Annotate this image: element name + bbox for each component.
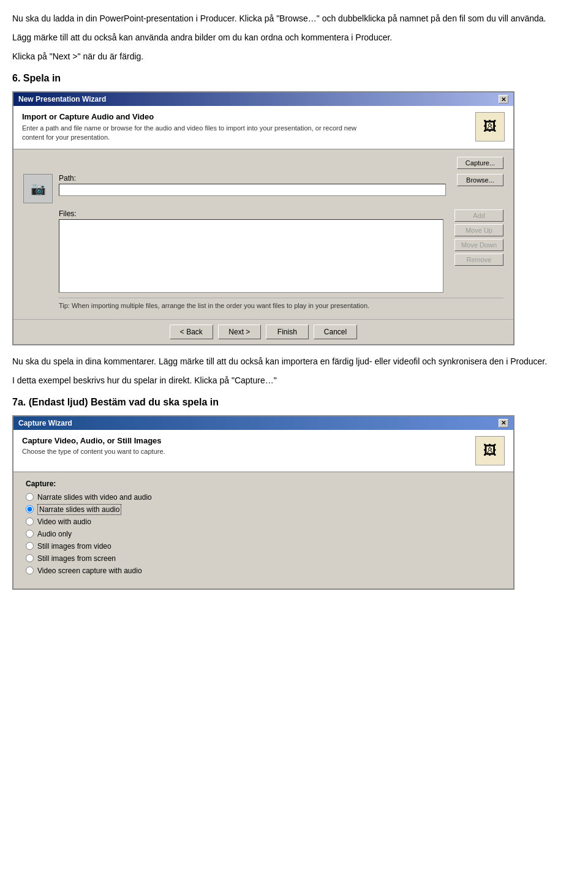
radio-still-images-video[interactable] [26, 542, 34, 550]
camera-icon: 📷 [23, 174, 53, 203]
files-label: Files: [59, 209, 443, 218]
radio-item-1: Narrate slides with video and audio [26, 493, 501, 502]
radio-label-3: Video with audio [37, 517, 91, 526]
radio-label-1: Narrate slides with video and audio [37, 493, 152, 502]
remove-button[interactable]: Remove [454, 254, 503, 266]
files-listbox[interactable] [59, 219, 443, 293]
radio-label-5: Still images from video [37, 542, 111, 551]
path-label: Path: [59, 174, 446, 182]
intro-paragraph-2: Lägg märke till att du också kan använda… [12, 31, 576, 44]
dialog-header: Import or Capture Audio and Video Enter … [13, 106, 513, 149]
capture-dialog-title: Capture Wizard [18, 419, 72, 427]
radio-label-4: Audio only [37, 530, 72, 538]
radio-item-4: Audio only [26, 530, 501, 538]
dialog-header-description: Enter a path and file name or browse for… [22, 124, 377, 143]
radio-label-2: Narrate slides with audio [37, 505, 121, 514]
radio-narrate-video-audio[interactable] [26, 493, 34, 501]
capture-header-text: Capture Video, Audio, or Still Images Ch… [22, 436, 165, 455]
radio-item-7: Video screen capture with audio [26, 566, 501, 575]
radio-narrate-audio[interactable] [26, 505, 34, 513]
between-paragraph-1: Nu ska du spela in dina kommentarer. Läg… [12, 355, 576, 368]
radio-label-6: Still images from screen [37, 554, 116, 563]
radio-video-screen-capture[interactable] [26, 566, 34, 574]
dialog-title: New Presentation Wizard [18, 95, 106, 103]
path-row: 📷 Path: Browse... [23, 174, 503, 203]
radio-item-3: Video with audio [26, 517, 501, 526]
wizard-icon: 🖼 [475, 112, 505, 141]
capture-header-description: Choose the type of content you want to c… [22, 448, 165, 455]
radio-video-audio[interactable] [26, 517, 34, 525]
add-button[interactable]: Add [454, 209, 503, 222]
intro-paragraph-3: Klicka på "Next >" när du är färdig. [12, 50, 576, 63]
capture-wizard-icon: 🖼 [475, 436, 505, 465]
path-input[interactable] [59, 184, 446, 196]
radio-item-5: Still images from video [26, 542, 501, 551]
between-paragraph-2: I detta exempel beskrivs hur du spelar i… [12, 374, 576, 387]
finish-button[interactable]: Finish [266, 325, 309, 339]
radio-label-7: Video screen capture with audio [37, 566, 142, 575]
radio-item-6: Still images from screen [26, 554, 501, 563]
files-field-group: Files: [59, 209, 443, 293]
radio-item-2: Narrate slides with audio [26, 505, 501, 514]
dialog-header-title: Import or Capture Audio and Video [22, 112, 377, 121]
radio-still-images-screen[interactable] [26, 554, 34, 562]
path-side-buttons: Browse... [457, 174, 503, 186]
capture-close-button[interactable]: ✕ [499, 419, 508, 427]
files-row: Files: Add Move Up Move Down Remove [23, 209, 503, 293]
back-button[interactable]: < Back [170, 325, 213, 339]
capture-section-label: Capture: [26, 480, 501, 488]
capture-titlebar: Capture Wizard ✕ [13, 416, 513, 430]
capture-header-title: Capture Video, Audio, or Still Images [22, 436, 165, 445]
dialog-titlebar: New Presentation Wizard ✕ [13, 92, 513, 106]
dialog-body: Capture... 📷 Path: Browse... Files: Add … [13, 149, 513, 319]
capture-header: Capture Video, Audio, or Still Images Ch… [13, 430, 513, 472]
section-6-heading: 6. Spela in [12, 73, 576, 84]
intro-paragraph-1: Nu ska du ladda in din PowerPoint-presen… [12, 12, 576, 25]
capture-button[interactable]: Capture... [457, 157, 503, 169]
dialog-footer: < Back Next > Finish Cancel [13, 319, 513, 344]
files-side-buttons: Add Move Up Move Down Remove [454, 209, 503, 293]
section-7a-heading: 7a. (Endast ljud) Bestäm vad du ska spel… [12, 397, 576, 408]
radio-audio-only[interactable] [26, 530, 34, 538]
path-field-group: Path: [59, 174, 446, 196]
capture-body: Capture: Narrate slides with video and a… [13, 472, 513, 589]
next-button[interactable]: Next > [218, 325, 261, 339]
dialog-header-text: Import or Capture Audio and Video Enter … [22, 112, 377, 143]
dialog-close-button[interactable]: ✕ [499, 95, 508, 103]
tip-text: Tip: When importing multiple files, arra… [59, 298, 503, 312]
cancel-button[interactable]: Cancel [314, 325, 357, 339]
new-presentation-wizard-dialog: New Presentation Wizard ✕ Import or Capt… [12, 91, 514, 345]
move-down-button[interactable]: Move Down [454, 239, 503, 251]
browse-button[interactable]: Browse... [457, 174, 503, 186]
move-up-button[interactable]: Move Up [454, 224, 503, 236]
capture-wizard-dialog: Capture Wizard ✕ Capture Video, Audio, o… [12, 415, 514, 590]
